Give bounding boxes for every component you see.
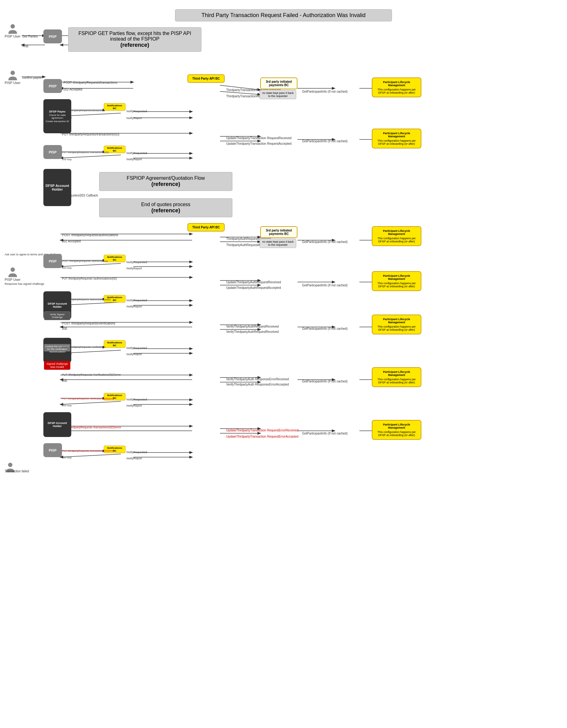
update-auth-accepted: UpdateThirdpartyAuthRequestAccepted bbox=[226, 285, 281, 290]
put-tx-id-label: PUT /thirdpartyRequests/transactions/{ID… bbox=[62, 131, 119, 137]
200-tx-error2: 200 resp bbox=[62, 454, 72, 460]
plm-box-4: Participant Lifecycle Management This co… bbox=[372, 271, 421, 291]
update-tx-accepted: UpdateThirdpartyTransaction RequestAccep… bbox=[226, 140, 292, 146]
post-auth2-label: POST /thirdpartyRequests /authorizations bbox=[62, 258, 108, 263]
notify-req-5: NotifyRequested bbox=[126, 345, 147, 350]
plm-label-7: Participant Lifecycle Management bbox=[375, 423, 418, 429]
verify-signed-box: Verify Signed Challenge bbox=[44, 311, 70, 320]
notify-req-3: NotifyRequested bbox=[126, 259, 147, 264]
get-participant-4: GetParticipantInfo (If not cached) bbox=[302, 282, 348, 288]
notify-req-6: NotifyRequested bbox=[126, 396, 147, 402]
plm-box-3: Participant Lifecycle Management This co… bbox=[372, 226, 421, 246]
main-title: Third Party Transaction Request Failed -… bbox=[175, 9, 392, 21]
actor-pisp-user-2: PISP User bbox=[5, 70, 20, 85]
update-auth-received: UpdateThirdpartyAuthRequestReceived bbox=[226, 279, 281, 285]
error-verif-box: Signed challenge was invalid bbox=[44, 361, 70, 370]
ref-sublabel-1: (reference) bbox=[120, 42, 149, 48]
put-verif-error2-label: PUT /thirdpartyRequests /verifications/{… bbox=[62, 395, 114, 401]
ref-box-get-parties: FSPIOP GET Parties flow, except hits the… bbox=[68, 27, 201, 52]
actor-pisp-user-3: PISP User bbox=[5, 267, 20, 281]
plm-label-6: Participant Lifecycle Management bbox=[375, 370, 418, 377]
svg-point-75 bbox=[11, 267, 15, 272]
pisp-box-1: PISP bbox=[43, 29, 62, 43]
plm-box-2: Participant Lifecycle Management This co… bbox=[372, 129, 421, 148]
get-participant-5: GetParticipantInfo (If not cached) bbox=[302, 325, 348, 331]
plm-label-2: Participant Lifecycle Management bbox=[375, 132, 418, 138]
notif-bc-label-2: Notifications BC bbox=[107, 147, 122, 152]
ref-box-quotes: End of quotes process (reference) bbox=[99, 198, 232, 217]
200-verif: 200 bbox=[62, 325, 67, 331]
diagram-container: Third Party Transaction Request Failed -… bbox=[0, 0, 567, 728]
ref-sublabel-2: (reference) bbox=[151, 181, 180, 187]
create-tx-label: Create transaction ID bbox=[46, 120, 69, 123]
notify-req-7: NotifyRequested bbox=[126, 449, 147, 454]
put-tx-error2-label: PUT /thirdpartyRequests /transactions/{I… bbox=[62, 447, 116, 453]
transaction-failed-label: Transaction failed bbox=[5, 468, 29, 474]
get-participant-6: GetParticipantInfo (If not cached) bbox=[302, 378, 348, 384]
person-icon-2 bbox=[7, 70, 18, 81]
plm-label-5: Participant Lifecycle Management bbox=[375, 318, 418, 324]
svg-point-76 bbox=[8, 463, 12, 467]
pisp-user-label-2: PISP User bbox=[5, 81, 20, 85]
plm-label-4: Participant Lifecycle Management bbox=[375, 274, 418, 280]
svg-point-73 bbox=[11, 24, 15, 29]
plm-box-6: Participant Lifecycle Management This co… bbox=[372, 367, 421, 387]
payments-bc-2: 3rd party initiated payments BC bbox=[260, 226, 297, 238]
no-state-note-2: no state kept pass it back to the reques… bbox=[260, 239, 296, 248]
response-signed-label: Response has signed challenge bbox=[5, 280, 44, 286]
actor-pisp-user-1: PISP User bbox=[5, 23, 20, 38]
plm-config-4: This configuration happens per DFSP at o… bbox=[375, 282, 418, 288]
post-tx-label: POST /thirdpartyRequests/transactions bbox=[64, 79, 117, 85]
ref-sublabel-3: (reference) bbox=[151, 207, 180, 214]
verify-error-accepted: VerifyThirdpartyAuth ResponseErrorAccept… bbox=[226, 381, 289, 387]
update-tx-error-received: UpdateThirdpartyTransaction RequestError… bbox=[226, 427, 298, 433]
200-verif3: 200 bbox=[62, 377, 67, 383]
202-label: 202 Accepted bbox=[64, 86, 82, 92]
pisp-box-3: PISP bbox=[43, 145, 62, 159]
ref-label-3: End of quotes process bbox=[106, 202, 226, 207]
plm-label-1: Participant Lifecycle Management bbox=[375, 81, 418, 87]
dfsp-account-holder-box-3: DFSP Account Holder bbox=[43, 412, 71, 437]
tp-api-label-1: Third Party API BC bbox=[192, 77, 220, 80]
put-quotes-label: PUT /quotes/{ID} Callback bbox=[62, 192, 98, 198]
notify-rep-4: NotifyReport bbox=[126, 303, 142, 309]
plm-label-3: Participant Lifecycle Management bbox=[375, 229, 418, 236]
tp-api-bc-2: Third Party API BC bbox=[187, 223, 225, 232]
dfsp-post-tx-label: POST /thirdpartyRequests/transactions bbox=[62, 107, 105, 113]
verify-auth-received: VerifyThirdpartyAuthRequestReceived bbox=[226, 323, 279, 329]
notify-rep-2: NotifyReport bbox=[126, 156, 142, 161]
dfsp-200-resp: 200 resp bbox=[62, 114, 72, 120]
202-auth-label: 202 Accepted bbox=[62, 238, 81, 244]
notify-req-4: NotifyRequested bbox=[126, 297, 147, 302]
pisp-box-2: PISP bbox=[43, 79, 62, 93]
notify-rep-5: NotifyReport bbox=[126, 351, 142, 356]
put-tx-id2-label: PUT /thirdpartyRequests /transactions/{I… bbox=[62, 149, 109, 154]
plm-config-1: This configuration happens per DFSP at o… bbox=[375, 88, 418, 94]
post-auth-label: POST /thirdpartyRequests/authorizations bbox=[62, 232, 118, 237]
pisp-user-label-1: PISP User bbox=[5, 34, 20, 38]
notify-rep-7: NotifyReport bbox=[126, 455, 142, 461]
put-verif-error-label: PUT /thirdpartyRequests /verifications/{… bbox=[62, 371, 121, 377]
payments-bc-label-1: 3rd party initiated payments BC bbox=[266, 80, 292, 87]
plm-config-6: This configuration happens per DFSP at o… bbox=[375, 378, 418, 384]
plm-config-5: This configuration happens per DFSP at o… bbox=[375, 325, 418, 331]
resp-label: resp bbox=[22, 43, 28, 48]
update-tx-received: UpdateThirdpartyTransaction RequestRecei… bbox=[226, 135, 292, 140]
notif-bc-label-1: Notifications BC bbox=[107, 104, 122, 110]
200-auth3: 200 resp bbox=[62, 303, 72, 309]
notify-req-1: NotifyRequested bbox=[126, 108, 147, 113]
svg-point-74 bbox=[11, 71, 15, 75]
ref-label-2: FSPIOP Agreement/Quotation Flow bbox=[106, 175, 226, 181]
tp-api-label-2: Third Party API BC bbox=[192, 226, 220, 229]
notif-bc-label-3: Notifications BC bbox=[107, 256, 122, 261]
person-icon-3 bbox=[7, 267, 18, 278]
notif-bc-5: Notifications BC bbox=[104, 340, 125, 348]
verify-error-received: VerifyThirdpartyAuth ResponseErrorReceiv… bbox=[226, 376, 289, 382]
get-participant-7: GetParticipantInfo (If not cached) bbox=[302, 430, 348, 436]
notif-bc-1: Notifications BC bbox=[104, 103, 125, 111]
post-verif-label: POST /thirdpartyRequests/verifications bbox=[62, 320, 115, 326]
update-tx-error-accepted: UpdateThirdpartyTransaction RequestError… bbox=[226, 433, 298, 439]
200-verif4: 200 resp bbox=[62, 402, 72, 408]
payments-bc-1: 3rd party initiated payments BC bbox=[260, 77, 297, 89]
no-state-note-1: no state kept pass it back to the reques… bbox=[260, 90, 296, 99]
